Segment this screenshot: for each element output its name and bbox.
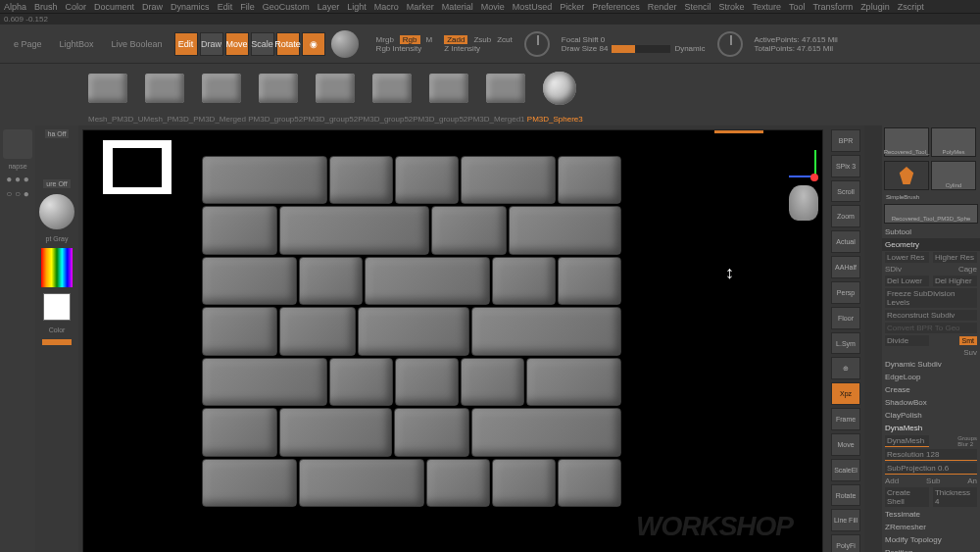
focal-dial-icon[interactable] [524, 31, 550, 57]
freeze-subdiv-button[interactable]: Freeze SubDivision Levels [885, 288, 977, 308]
move-nav-button[interactable]: Move [831, 433, 860, 456]
zcut-toggle[interactable]: Zcut [497, 35, 513, 44]
menu-edit[interactable]: Edit [218, 2, 233, 12]
frame-button[interactable]: Frame [831, 408, 860, 430]
rock-thumb-5[interactable] [316, 74, 355, 103]
menu-picker[interactable]: Picker [560, 2, 584, 12]
switch-color-icon[interactable] [42, 339, 72, 345]
mrgb-toggle[interactable]: Mrgb [376, 35, 394, 44]
m-toggle[interactable]: M [426, 35, 433, 44]
sub-button[interactable]: Sub [926, 477, 940, 485]
shadowbox-section[interactable]: ShadowBox [882, 396, 980, 409]
dynamic-subdiv-section[interactable]: Dynamic Subdiv [882, 358, 980, 371]
menu-macro[interactable]: Macro [374, 2, 399, 12]
zoom-button[interactable]: Zoom [831, 205, 860, 227]
add-button[interactable]: Add [885, 477, 899, 485]
focal-shift-slider[interactable]: Focal Shift 0 [562, 35, 706, 44]
rock-thumb-6[interactable] [372, 74, 412, 103]
menu-alpha[interactable]: Alpha [4, 2, 26, 12]
draw-size-bar[interactable] [612, 45, 670, 53]
brush-slot-icon[interactable] [3, 129, 32, 159]
menu-tool[interactable]: Tool [789, 2, 806, 12]
rotate-nav-button[interactable]: Rotate [831, 484, 860, 507]
and-button[interactable]: An [967, 477, 977, 485]
position-section[interactable]: Position [882, 546, 980, 552]
camera-head-icon[interactable] [789, 185, 818, 221]
actual-button[interactable]: Actual [831, 230, 860, 253]
del-lower-button[interactable]: Del Lower [885, 276, 929, 286]
crease-section[interactable]: Crease [882, 383, 980, 396]
viewport-canvas[interactable]: ↕ WORKSHOP [82, 129, 823, 552]
menu-stroke[interactable]: Stroke [718, 2, 744, 12]
tool-thumb-simplebrush[interactable] [884, 161, 929, 190]
menu-transform[interactable]: Transform [812, 2, 853, 12]
axis-button[interactable]: ⊕ [831, 357, 860, 379]
timeline-marker[interactable] [714, 130, 763, 133]
xyz-button[interactable]: Xpz [831, 382, 860, 405]
lsym-button[interactable]: L.Sym [831, 332, 860, 355]
menu-color[interactable]: Color [66, 2, 87, 12]
tool-thumb-active[interactable]: Recovered_Tool_PM3D_Sphe [884, 204, 978, 224]
spix-button[interactable]: SPix 3 [831, 155, 860, 177]
tool-thumb-recovered[interactable]: Recovered_Tool_ [884, 127, 929, 157]
tool-thumb-polymesh[interactable]: PolyMes [931, 127, 976, 157]
menu-texture[interactable]: Texture [752, 2, 781, 12]
tool-thumb-cylinder[interactable]: Cylind [931, 161, 976, 190]
scroll-button[interactable]: Scroll [831, 180, 860, 203]
menu-document[interactable]: Document [94, 2, 134, 12]
bpr-button[interactable]: BPR [831, 129, 860, 152]
menu-mostused[interactable]: MostUsed [513, 2, 553, 12]
lower-res-button[interactable]: Lower Res [885, 252, 929, 263]
move-button[interactable]: Move [225, 32, 249, 56]
thickness-slider[interactable]: Thickness 4 [933, 487, 977, 507]
scale-nav-button[interactable]: ScaleEl [831, 459, 860, 481]
navigation-gizmo[interactable] [787, 150, 823, 219]
resolution-slider[interactable]: Resolution 128 [885, 449, 977, 461]
rock-thumb-7[interactable] [429, 74, 468, 103]
persp-button[interactable]: Persp [831, 281, 860, 304]
dynamic-toggle[interactable]: Dynamic [674, 44, 705, 53]
del-higher-button[interactable]: Del Higher [933, 276, 977, 286]
menu-light[interactable]: Light [347, 2, 367, 12]
linefill-button[interactable]: Line Fill [831, 509, 860, 531]
gizmo-button[interactable]: ◉ [302, 32, 325, 56]
tessimate-section[interactable]: Tessimate [882, 508, 980, 521]
modify-topology-section[interactable]: Modify Topology [882, 533, 980, 546]
menu-zscript[interactable]: Zscript [898, 2, 924, 12]
rock-thumb-1[interactable] [88, 74, 127, 103]
zadd-toggle[interactable]: Zadd [444, 35, 467, 44]
menu-brush[interactable]: Brush [34, 2, 58, 12]
tab-liveboolean[interactable]: Live Boolean [106, 37, 169, 51]
sdiv-slider[interactable]: SDiv [885, 265, 902, 274]
edgeloop-section[interactable]: EdgeLoop [882, 371, 980, 383]
draw-size-slider[interactable]: Draw Size 84 [562, 44, 609, 53]
sphere-thumb[interactable] [543, 72, 576, 105]
menu-geocustom[interactable]: GeoCustom [263, 2, 310, 12]
alpha-thumbnail[interactable] [103, 140, 172, 194]
scrollbar[interactable] [864, 125, 882, 552]
points-dial-icon[interactable] [717, 31, 743, 57]
brush-preview-icon[interactable] [331, 30, 359, 58]
alpha-off-button[interactable]: ha Off [45, 129, 70, 138]
rock-thumb-4[interactable] [259, 74, 298, 103]
menu-movie[interactable]: Movie [481, 2, 505, 12]
menu-stencil[interactable]: Stencil [684, 2, 710, 12]
menu-render[interactable]: Render [648, 2, 677, 12]
geometry-header[interactable]: Geometry [882, 238, 980, 251]
menu-marker[interactable]: Marker [407, 2, 434, 12]
reconstruct-button[interactable]: Reconstruct Subdiv [885, 310, 977, 321]
smt-toggle[interactable]: Smt [959, 336, 977, 345]
scale-button[interactable]: Scale [251, 32, 274, 56]
cage-toggle[interactable]: Cage [958, 265, 977, 274]
subtool-section[interactable]: Subtool [882, 226, 980, 238]
rotate-button[interactable]: Rotate [276, 32, 300, 56]
color-picker[interactable] [41, 248, 73, 287]
rgb-toggle[interactable]: Rgb [400, 35, 420, 44]
dynamesh-button[interactable]: DynaMesh [885, 435, 929, 447]
convert-bpr-button[interactable]: Convert BPR To Geo [885, 323, 977, 333]
menu-draw[interactable]: Draw [142, 2, 163, 12]
menu-file[interactable]: File [240, 2, 255, 12]
menu-dynamics[interactable]: Dynamics [171, 2, 210, 12]
menu-material[interactable]: Material [442, 2, 473, 12]
dynamesh-header[interactable]: DynaMesh [882, 422, 980, 434]
